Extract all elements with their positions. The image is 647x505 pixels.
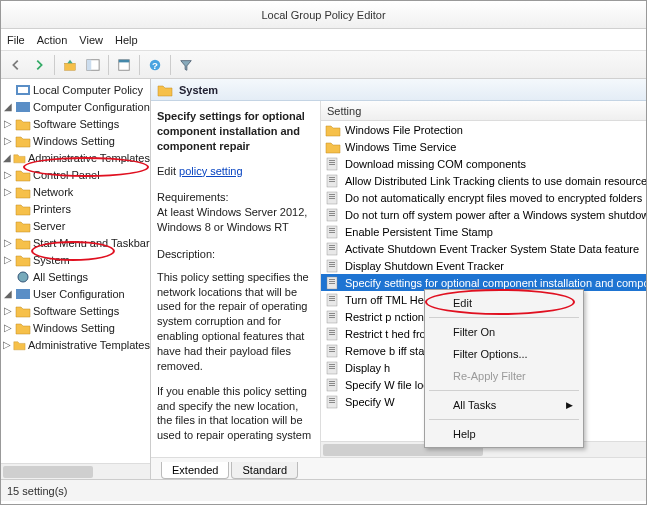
- tree-uc-windows[interactable]: ▷Windows Setting: [1, 319, 150, 336]
- selected-policy-title: Specify settings for optional component …: [157, 110, 305, 152]
- tab-extended[interactable]: Extended: [161, 462, 229, 479]
- svg-rect-69: [329, 398, 335, 399]
- svg-rect-62: [329, 366, 335, 367]
- list-column-header[interactable]: Setting: [321, 101, 646, 121]
- svg-text:?: ?: [152, 59, 158, 70]
- submenu-arrow-icon: ▶: [566, 400, 573, 410]
- tree-computer-config[interactable]: ◢Computer Configuration: [1, 98, 150, 115]
- menu-help[interactable]: Help: [115, 34, 138, 46]
- svg-rect-14: [329, 162, 335, 163]
- status-text: 15 setting(s): [7, 485, 68, 497]
- list-item-label: Enable Persistent Time Stamp: [345, 226, 493, 238]
- navigation-tree[interactable]: Local Computer Policy ◢Computer Configur…: [1, 79, 151, 479]
- folder-icon: [325, 140, 341, 154]
- policy-icon: [325, 208, 341, 222]
- description-p2: If you enable this policy setting and sp…: [157, 384, 314, 443]
- svg-rect-2: [87, 59, 91, 70]
- description-pane: Specify settings for optional component …: [151, 101, 321, 457]
- window-title: Local Group Policy Editor: [261, 9, 385, 21]
- show-hide-tree-button[interactable]: [82, 54, 104, 76]
- list-item-label: Allow Distributed Link Tracking clients …: [345, 175, 646, 187]
- menu-view[interactable]: View: [79, 34, 103, 46]
- svg-rect-58: [329, 349, 335, 350]
- ctx-filter-on[interactable]: Filter On: [427, 321, 581, 343]
- tree-cc-server[interactable]: Server: [1, 217, 150, 234]
- svg-rect-9: [16, 102, 30, 112]
- tab-standard[interactable]: Standard: [231, 462, 298, 479]
- tree-cc-startmenu[interactable]: ▷Start Menu and Taskbar: [1, 234, 150, 251]
- tree-cc-windows[interactable]: ▷Windows Setting: [1, 132, 150, 149]
- list-item[interactable]: Enable Persistent Time Stamp: [321, 223, 646, 240]
- folder-icon: [325, 123, 341, 137]
- tree-uc-software[interactable]: ▷Software Settings: [1, 302, 150, 319]
- list-item[interactable]: Display Shutdown Event Tracker: [321, 257, 646, 274]
- svg-rect-34: [329, 247, 335, 248]
- tree-cc-software[interactable]: ▷Software Settings: [1, 115, 150, 132]
- list-item[interactable]: Activate Shutdown Event Tracker System S…: [321, 240, 646, 257]
- policy-icon: [325, 276, 341, 290]
- ctx-filter-options[interactable]: Filter Options...: [427, 343, 581, 365]
- tree-cc-printers[interactable]: Printers: [1, 200, 150, 217]
- svg-rect-31: [329, 232, 335, 233]
- list-item[interactable]: Do not automatically encrypt files moved…: [321, 189, 646, 206]
- menu-file[interactable]: File: [7, 34, 25, 46]
- requirements-heading: Requirements:: [157, 190, 314, 205]
- filter-button[interactable]: [175, 54, 197, 76]
- policy-icon: [325, 225, 341, 239]
- svg-rect-22: [329, 196, 335, 197]
- svg-rect-47: [329, 300, 335, 301]
- svg-rect-0: [65, 63, 76, 70]
- policy-icon: [325, 395, 341, 409]
- ctx-all-tasks[interactable]: All Tasks▶: [427, 394, 581, 416]
- tree-user-config[interactable]: ◢User Configuration: [1, 285, 150, 302]
- list-item-label: Windows Time Service: [345, 141, 456, 153]
- category-header: System: [151, 79, 646, 101]
- ctx-edit[interactable]: Edit: [427, 292, 581, 314]
- svg-rect-29: [329, 228, 335, 229]
- list-item-label: Download missing COM components: [345, 158, 526, 170]
- svg-rect-15: [329, 164, 335, 165]
- tree-cc-controlpanel[interactable]: ▷Control Panel: [1, 166, 150, 183]
- policy-icon: [325, 293, 341, 307]
- svg-rect-61: [329, 364, 335, 365]
- svg-rect-57: [329, 347, 335, 348]
- properties-button[interactable]: [113, 54, 135, 76]
- policy-icon: [325, 191, 341, 205]
- svg-rect-25: [329, 211, 335, 212]
- list-item[interactable]: Windows Time Service: [321, 138, 646, 155]
- list-item-label: Windows File Protection: [345, 124, 463, 136]
- svg-rect-66: [329, 383, 335, 384]
- tree-cc-network[interactable]: ▷Network: [1, 183, 150, 200]
- tree-scrollbar[interactable]: [1, 463, 150, 479]
- svg-rect-41: [329, 279, 335, 280]
- up-button[interactable]: [59, 54, 81, 76]
- ctx-help[interactable]: Help: [427, 423, 581, 445]
- toolbar: ?: [1, 51, 646, 79]
- svg-rect-50: [329, 315, 335, 316]
- policy-icon: [325, 361, 341, 375]
- list-item[interactable]: Do not turn off system power after a Win…: [321, 206, 646, 223]
- tree-cc-allsettings[interactable]: All Settings: [1, 268, 150, 285]
- tree-cc-admintemplates[interactable]: ◢Administrative Templates: [1, 149, 150, 166]
- tree-cc-system[interactable]: ▷System: [1, 251, 150, 268]
- svg-rect-59: [329, 351, 335, 352]
- tree-uc-admintemplates[interactable]: ▷Administrative Templates: [1, 336, 150, 353]
- svg-rect-38: [329, 264, 335, 265]
- svg-rect-19: [329, 181, 335, 182]
- back-button[interactable]: [5, 54, 27, 76]
- list-item-label: Specify W: [345, 396, 395, 408]
- svg-point-10: [18, 272, 28, 282]
- policy-icon: [325, 174, 341, 188]
- svg-rect-4: [119, 59, 130, 62]
- svg-rect-27: [329, 215, 335, 216]
- help-button[interactable]: ?: [144, 54, 166, 76]
- menubar: File Action View Help: [1, 29, 646, 51]
- tree-root[interactable]: Local Computer Policy: [1, 81, 150, 98]
- forward-button[interactable]: [28, 54, 50, 76]
- menu-action[interactable]: Action: [37, 34, 68, 46]
- list-item[interactable]: Allow Distributed Link Tracking clients …: [321, 172, 646, 189]
- list-item[interactable]: Download missing COM components: [321, 155, 646, 172]
- status-bar: 15 setting(s): [1, 479, 646, 501]
- edit-policy-link[interactable]: policy setting: [179, 165, 243, 177]
- list-item[interactable]: Windows File Protection: [321, 121, 646, 138]
